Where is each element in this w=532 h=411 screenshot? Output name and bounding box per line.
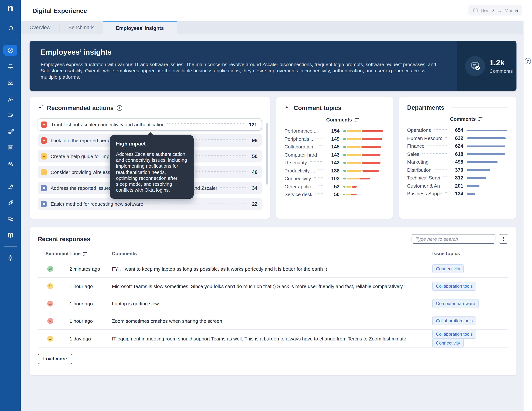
sentiment-bar — [343, 170, 385, 171]
department-value: 624 — [450, 143, 463, 149]
topic-label: Collaboration.. — [285, 144, 316, 150]
department-bar — [467, 169, 508, 171]
sidebar-item-device-view[interactable] — [3, 77, 17, 88]
tab-overview[interactable]: Overview — [21, 21, 59, 34]
date-range-picker[interactable]: Dec7 → Mar5 — [468, 5, 522, 16]
department-bar — [467, 193, 508, 195]
sort-icon[interactable] — [478, 117, 483, 121]
department-label: Customer & An — [407, 183, 440, 189]
bar-negative-segment — [362, 138, 382, 140]
topic-value: 143 — [326, 160, 340, 166]
load-more-button[interactable]: Load more — [38, 354, 72, 364]
issue-topic-chip[interactable]: Connectivity — [432, 339, 464, 347]
comments-count: 1.2k — [490, 58, 513, 67]
topic-row[interactable]: Other applic... 52 — [285, 183, 385, 191]
department-value: 632 — [450, 136, 463, 141]
topic-value: 52 — [326, 184, 340, 189]
department-row[interactable]: Distribution 370 — [407, 166, 508, 174]
sort-icon[interactable] — [83, 252, 87, 256]
topic-row[interactable]: IT security 143 — [285, 159, 385, 167]
sidebar-item-settings[interactable] — [3, 252, 17, 263]
department-row[interactable]: Customer & An 201 — [407, 182, 508, 190]
topic-value: 143 — [326, 152, 340, 158]
issue-topic-chip[interactable]: Computer hardware — [432, 299, 479, 308]
department-row[interactable]: Sales 618 — [407, 150, 508, 158]
topic-row[interactable]: Performance ... 154 — [285, 127, 385, 135]
topic-row[interactable]: Computer hard 143 — [285, 151, 385, 159]
topic-row[interactable]: Service desk 50 — [285, 191, 385, 198]
app-header: Digital Experience Dec7 → Mar5 — [21, 0, 532, 21]
bar-negative-segment — [362, 130, 383, 132]
search-input[interactable] — [412, 234, 495, 244]
response-comment: Zoom sometimes crashes when sharing the … — [112, 312, 432, 330]
card-title: Comment topics — [294, 104, 342, 112]
sidebar-item-engage[interactable] — [3, 214, 17, 224]
action-row[interactable]: Troubleshoot Zscaler connectivity and au… — [38, 118, 262, 131]
dotted-leader — [314, 177, 323, 178]
response-comment: FYI, I want to keep my laptop as long as… — [112, 260, 432, 278]
sidebar-item-documentation[interactable] — [3, 230, 17, 241]
department-bar — [467, 130, 508, 131]
sidebar-item-adopt[interactable] — [3, 197, 17, 208]
department-row[interactable]: Operations 654 — [407, 126, 508, 134]
sidebar-item-alerts[interactable] — [3, 61, 17, 72]
recent-responses-card: Recent responses ⋮ Sentiment Time Commen… — [29, 227, 516, 375]
action-row[interactable]: Easier method for requesting new softwar… — [38, 197, 262, 210]
tooltip-body: Address Zscaler's authentication and con… — [116, 151, 188, 193]
department-label: Operations — [407, 128, 431, 133]
sidebar-item-remote-actions[interactable] — [3, 126, 17, 137]
bar-positive-segment — [343, 162, 346, 164]
comments-column-label: Comments — [450, 116, 476, 122]
action-count: 49 — [249, 169, 257, 175]
issue-topic-chip[interactable]: Collaboration tools — [432, 282, 476, 291]
sidebar-item-applications[interactable] — [3, 110, 17, 121]
dotted-leader — [316, 138, 323, 139]
sidebar-item-library[interactable] — [3, 142, 17, 153]
topic-row[interactable]: Peripherals .. 149 — [285, 135, 385, 143]
department-list: Operations 654 Human Resourc 632 — [407, 126, 508, 198]
sort-icon[interactable] — [355, 118, 359, 121]
topic-row[interactable]: Connectivity 102 — [285, 175, 385, 183]
scrollbar[interactable] — [266, 123, 268, 185]
response-comment: Laptop is getting slow — [112, 295, 432, 312]
department-row[interactable]: Marketing 498 — [407, 158, 508, 166]
sidebar-item-ai-search[interactable] — [3, 22, 17, 33]
info-icon[interactable]: i — [117, 105, 122, 111]
department-row[interactable]: Human Resourc 632 — [407, 134, 508, 142]
kebab-menu-button[interactable]: ⋮ — [499, 234, 508, 244]
bar-neutral-segment — [346, 186, 351, 187]
department-row[interactable]: Business Suppo 134 — [407, 190, 508, 198]
action-count: 121 — [248, 122, 257, 127]
sidebar-item-dashboard[interactable] — [3, 45, 17, 56]
action-count: 98 — [249, 138, 257, 143]
issue-topic-chip[interactable]: Collaboration tools — [432, 330, 476, 339]
page-title: Digital Experience — [21, 0, 532, 15]
sidebar-item-automation[interactable] — [3, 181, 17, 192]
cards-row: Recommended actions i Troubleshoot Zscal… — [29, 97, 516, 219]
grid-icon — [7, 144, 14, 151]
department-row[interactable]: Technical Servi 312 — [407, 174, 508, 182]
topic-row[interactable]: Collaboration.. 145 — [285, 143, 385, 151]
card-title: Recent responses — [38, 235, 90, 243]
sentiment-bar — [343, 186, 385, 187]
department-row[interactable]: Finance 624 — [407, 142, 508, 150]
bar-negative-segment — [361, 146, 381, 148]
help-icon[interactable]: ? — [525, 58, 531, 64]
response-time: 1 hour ago — [69, 312, 112, 330]
tab-employees-insights[interactable]: Employees’ insights — [103, 21, 177, 34]
issue-topic-chip[interactable]: Collaboration tools — [432, 317, 476, 325]
high-impact-icon — [41, 137, 47, 143]
topic-row[interactable]: Productivity ... 138 — [285, 167, 385, 175]
bar-neutral-segment — [347, 178, 359, 179]
topic-label: Connectivity — [285, 176, 311, 181]
dotted-leader — [319, 146, 323, 146]
issue-topic-chip[interactable]: Connectivity — [432, 264, 464, 273]
date-end-month: Mar — [504, 8, 513, 13]
card-title-row: Comment topics — [285, 104, 385, 112]
sidebar-item-employee-view[interactable] — [3, 93, 17, 104]
response-time: 1 hour ago — [69, 295, 112, 312]
nexthink-logo[interactable]: n — [7, 3, 13, 13]
sidebar-item-investigations[interactable] — [3, 159, 17, 169]
tab-benchmark[interactable]: Benchmark — [60, 21, 103, 34]
bar-negative-segment — [362, 162, 380, 164]
